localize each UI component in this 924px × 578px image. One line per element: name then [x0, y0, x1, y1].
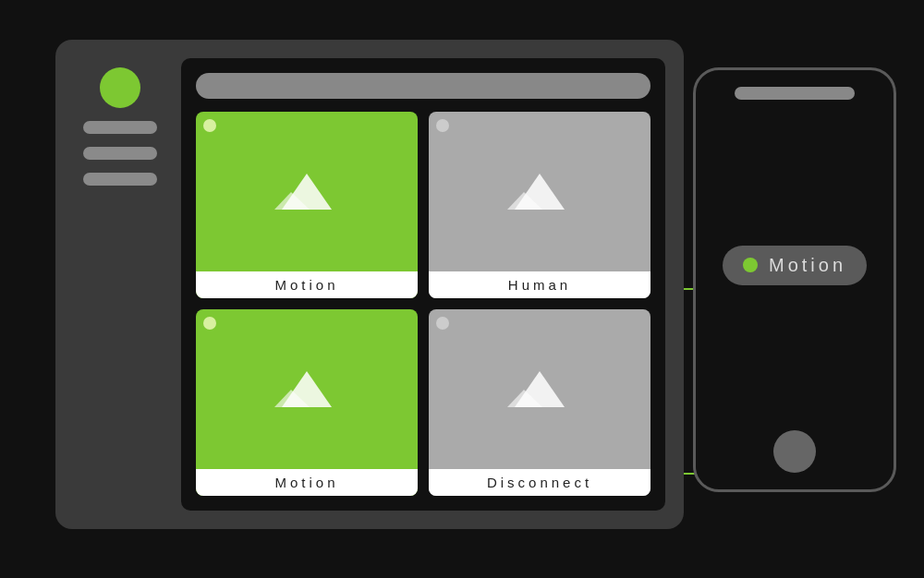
sidebar-line-3 [83, 173, 157, 186]
camera-label-4: Disconnect [429, 469, 650, 496]
motion-badge[interactable]: Motion [723, 246, 867, 285]
camera-label-2: Human [429, 271, 650, 298]
avatar [100, 67, 140, 108]
screen-header-bar [196, 73, 650, 99]
camera-status-dot-4 [436, 317, 449, 330]
phone-top-bar [735, 87, 855, 100]
motion-label: Motion [769, 255, 846, 276]
camera-grid: Motion Human [196, 112, 650, 496]
mountain-icon-3 [274, 364, 339, 415]
camera-cell-2[interactable]: Human [429, 112, 650, 298]
camera-image-1 [196, 112, 418, 271]
camera-status-dot-1 [203, 119, 216, 132]
camera-label-1: Motion [196, 271, 418, 298]
mountain-icon-1 [274, 166, 339, 217]
camera-status-dot-2 [436, 119, 449, 132]
scene: Motion Human [9, 21, 915, 557]
sidebar-line-2 [83, 147, 157, 160]
camera-cell-1[interactable]: Motion [196, 112, 418, 298]
sidebar [74, 58, 166, 511]
motion-status-dot [743, 258, 758, 272]
mountain-icon-2 [507, 166, 572, 217]
sidebar-line-1 [83, 121, 157, 134]
camera-cell-4[interactable]: Disconnect [429, 309, 650, 496]
mountain-icon-4 [507, 364, 572, 415]
camera-label-3: Motion [196, 469, 418, 496]
camera-image-3 [196, 309, 418, 469]
phone-home-button[interactable] [773, 430, 816, 473]
camera-status-dot-3 [203, 317, 216, 330]
camera-image-2 [429, 112, 650, 271]
phone-device: Motion [693, 67, 896, 492]
camera-image-4 [429, 309, 650, 469]
camera-cell-3[interactable]: Motion [196, 309, 418, 496]
screen: Motion Human [181, 58, 665, 511]
desktop-device: Motion Human [55, 40, 684, 529]
